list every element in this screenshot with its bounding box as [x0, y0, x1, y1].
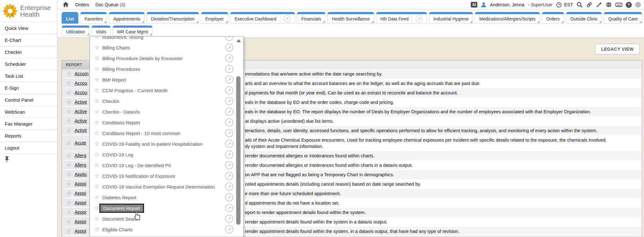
favorite-star-icon[interactable]: ☆ [66, 190, 71, 196]
report-link[interactable]: Appoi [75, 219, 86, 224]
favorite-star-icon[interactable]: ☆ [94, 130, 99, 136]
favorite-star-icon[interactable]: ☆ [94, 152, 99, 157]
report-link[interactable]: Appoi [75, 200, 86, 205]
dropdown-item[interactable]: ☆ Document Report ↗ [90, 203, 243, 213]
favorite-star-icon[interactable]: ☆ [66, 200, 71, 206]
report-link[interactable]: Applic [75, 172, 87, 177]
tab[interactable]: Dictation/Transcription [147, 12, 199, 24]
dropdown-item-label[interactable]: COVID-19 Fatality and In-patient Hospita… [102, 141, 203, 147]
favorite-star-icon[interactable]: ☆ [66, 99, 71, 105]
tab[interactable]: List [62, 12, 78, 24]
search-icon[interactable] [576, 2, 583, 8]
tab[interactable]: Utilization [62, 25, 90, 36]
clock-icon[interactable] [556, 2, 562, 8]
wand-icon[interactable] [596, 2, 602, 8]
dropdown-item[interactable]: ☆ BMI Report ↗ [90, 74, 243, 85]
status-circle-icon[interactable] [635, 2, 641, 8]
dropdown-item-label[interactable]: Eligible Charts [102, 227, 133, 232]
dropdown-item-label[interactable]: Checkin [102, 99, 119, 104]
open-report-icon[interactable]: ↗ [225, 225, 233, 234]
open-report-icon[interactable]: ↗ [225, 193, 233, 201]
report-link[interactable]: Acute [75, 140, 86, 145]
sidebar-item[interactable]: Reports [0, 130, 57, 142]
sidebar-item[interactable]: Fax Manager [0, 118, 57, 130]
open-report-icon[interactable]: ↗ [225, 36, 233, 41]
sidebar-item[interactable]: Checkin [0, 46, 57, 58]
favorite-star-icon[interactable]: ☆ [94, 45, 99, 50]
favorite-star-icon[interactable]: ☆ [94, 98, 99, 104]
dropdown-item[interactable]: ☆ Audiometric Testing ↗ [90, 36, 243, 42]
favorite-star-icon[interactable]: ☆ [94, 87, 99, 93]
favorite-star-icon[interactable]: ☆ [66, 71, 71, 76]
dropdown-item-label[interactable]: Billing Procedures [102, 66, 140, 72]
favorite-star-icon[interactable]: ☆ [94, 141, 99, 147]
dropdown-item[interactable]: ☆ Checkin - DataVis ↗ [90, 106, 243, 117]
report-link[interactable]: Active [75, 118, 87, 123]
dropdown-item[interactable]: ☆ Billing Procedures ↗ [90, 64, 243, 74]
sidebar-item[interactable]: E-Chart [0, 34, 57, 46]
report-link[interactable]: Accou [75, 90, 87, 95]
dropdown-item[interactable]: ☆ COVID-19 Notification of Exposure ↗ [90, 171, 243, 181]
dropdown-item-label[interactable]: Diabetes Report [102, 195, 136, 200]
report-link[interactable]: Active [75, 109, 87, 114]
favorite-star-icon[interactable]: ☆ [66, 172, 71, 177]
help-icon[interactable]: ? [626, 2, 632, 8]
dropdown-item-label[interactable]: COVID-19 Vaccine Exemption Request Deter… [102, 184, 215, 189]
legacy-view-button[interactable]: LEGACY VIEW [595, 44, 640, 54]
globe-icon[interactable] [606, 2, 612, 8]
home-icon[interactable] [63, 2, 69, 8]
ai-badge[interactable]: AI [471, 2, 477, 8]
dropdown-item-label[interactable]: Checkin - DataVis [102, 109, 140, 115]
dropdown-item-label[interactable]: COVID-19 Log - De-identified PII [102, 163, 171, 168]
orders-link[interactable]: Orders [75, 2, 89, 7]
report-link[interactable]: Accom [75, 71, 88, 76]
tab[interactable]: Financials [297, 12, 325, 24]
favorite-star-icon[interactable]: ☆ [66, 80, 71, 86]
doc-queue-link[interactable]: Doc Queue (3) [95, 2, 125, 7]
scrollbar-up-arrow[interactable] [236, 39, 241, 42]
open-report-icon[interactable]: ↗ [225, 86, 233, 94]
open-report-icon[interactable]: ↗ [225, 54, 233, 62]
dropdown-item-label[interactable]: Conditions Report - 10 most common [102, 131, 180, 136]
dropdown-item[interactable]: ☆ Diabetes Report ↗ [90, 192, 243, 203]
tab[interactable]: Health Surveillance [327, 12, 374, 24]
open-report-icon[interactable]: ↗ [225, 76, 233, 84]
user-name[interactable]: Anderson, Jenna [490, 2, 525, 7]
link-icon[interactable] [586, 2, 592, 8]
favorite-star-icon[interactable]: ☆ [66, 162, 71, 168]
tab[interactable]: Executive Dashboard ↗ [230, 12, 295, 24]
dropdown-item-label[interactable]: COVID-19 Log [102, 152, 133, 157]
favorite-star-icon[interactable]: ☆ [94, 55, 99, 61]
dropdown-item-label[interactable]: BMI Report [102, 77, 126, 82]
open-report-icon[interactable]: ↗ [225, 161, 233, 169]
dropdown-item-label[interactable]: Conditions Report [102, 120, 140, 125]
report-link[interactable]: Allerg [75, 162, 86, 167]
dropdown-item-label[interactable]: CCM Progress - Current Month [102, 88, 168, 93]
dropdown-item-label[interactable]: COVID-19 Notification of Exposure [102, 173, 175, 179]
sidebar-item[interactable]: Scheduler [0, 58, 57, 70]
dropdown-item[interactable]: ☆ Conditions Report ↗ [90, 117, 243, 128]
tab[interactable]: Quality of Care [604, 12, 642, 24]
dropdown-item[interactable]: ☆ COVID-19 Log - De-identified PII ↗ [90, 160, 243, 171]
favorite-star-icon[interactable]: ☆ [66, 140, 71, 146]
favorite-star-icon[interactable]: ☆ [94, 227, 99, 232]
open-report-icon[interactable]: ↗ [225, 204, 233, 212]
open-report-icon[interactable]: ↗ [225, 150, 233, 159]
dropdown-item[interactable]: ☆ Eligible Charts ↗ [90, 224, 243, 235]
report-link[interactable]: Allerg [75, 153, 86, 158]
sidebar-item[interactable]: E-Sign [0, 82, 57, 94]
favorite-star-icon[interactable]: ☆ [94, 216, 99, 222]
favorite-star-icon[interactable]: ☆ [94, 195, 99, 200]
favorite-star-icon[interactable]: ☆ [66, 228, 71, 234]
sidebar-item[interactable]: Control Panel [0, 94, 57, 106]
open-report-icon[interactable]: ↗ [225, 97, 233, 105]
dropdown-item[interactable]: ☆ COVID-19 Fatality and In-patient Hospi… [90, 138, 243, 149]
report-link[interactable]: Active [75, 99, 87, 104]
open-report-icon[interactable]: ↗ [225, 43, 233, 52]
report-link[interactable]: Appoi [75, 181, 86, 186]
favorite-star-icon[interactable]: ☆ [66, 118, 71, 124]
open-external-icon[interactable]: ↗ [284, 15, 291, 22]
dropdown-item[interactable]: ☆ Checkin ↗ [90, 96, 243, 106]
dropdown-item[interactable]: ☆ CCM Progress - Current Month ↗ [90, 85, 243, 96]
favorite-star-icon[interactable]: ☆ [66, 209, 71, 215]
